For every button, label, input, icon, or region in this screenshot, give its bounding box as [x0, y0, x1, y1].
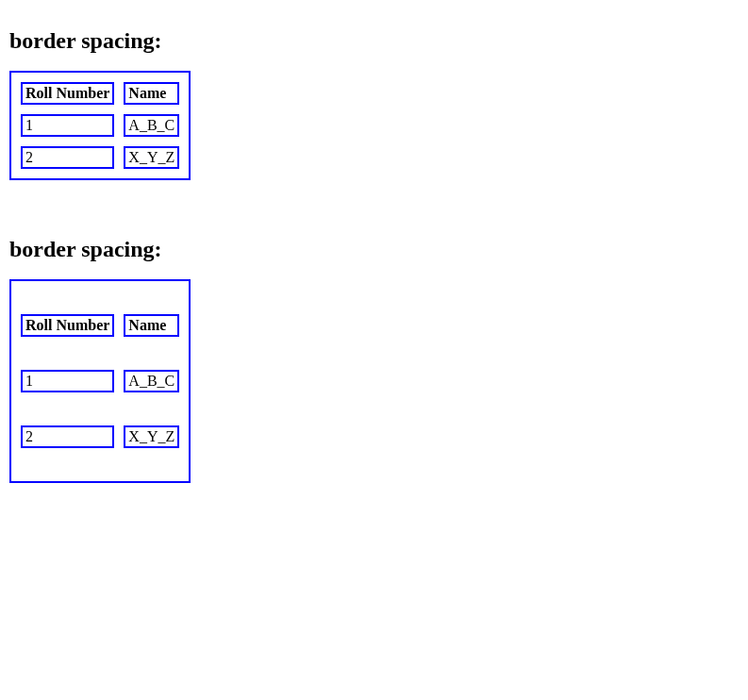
table-header-roll: Roll Number	[21, 82, 114, 105]
table-two: Roll Number Name 1 A_B_C 2 X_Y_Z	[9, 279, 191, 483]
table-header-name: Name	[124, 82, 179, 105]
table-cell: X_Y_Z	[124, 425, 179, 448]
table-row: Roll Number Name	[21, 82, 179, 105]
section-gap	[9, 180, 739, 218]
table-row: 2 X_Y_Z	[21, 146, 179, 169]
table-header-name: Name	[124, 314, 179, 337]
table-row: Roll Number Name	[21, 314, 179, 337]
table-cell: 2	[21, 146, 114, 169]
table-row: 1 A_B_C	[21, 370, 179, 392]
section1-heading: border spacing:	[9, 28, 739, 54]
table-header-roll: Roll Number	[21, 314, 114, 337]
table-cell: A_B_C	[124, 370, 179, 392]
table-cell: 1	[21, 114, 114, 137]
table-row: 1 A_B_C	[21, 114, 179, 137]
table-cell: A_B_C	[124, 114, 179, 137]
table-cell: 1	[21, 370, 114, 392]
table-cell: 2	[21, 425, 114, 448]
table-one: Roll Number Name 1 A_B_C 2 X_Y_Z	[9, 71, 191, 180]
section2-heading: border spacing:	[9, 237, 739, 262]
table-row: 2 X_Y_Z	[21, 425, 179, 448]
table-cell: X_Y_Z	[124, 146, 179, 169]
